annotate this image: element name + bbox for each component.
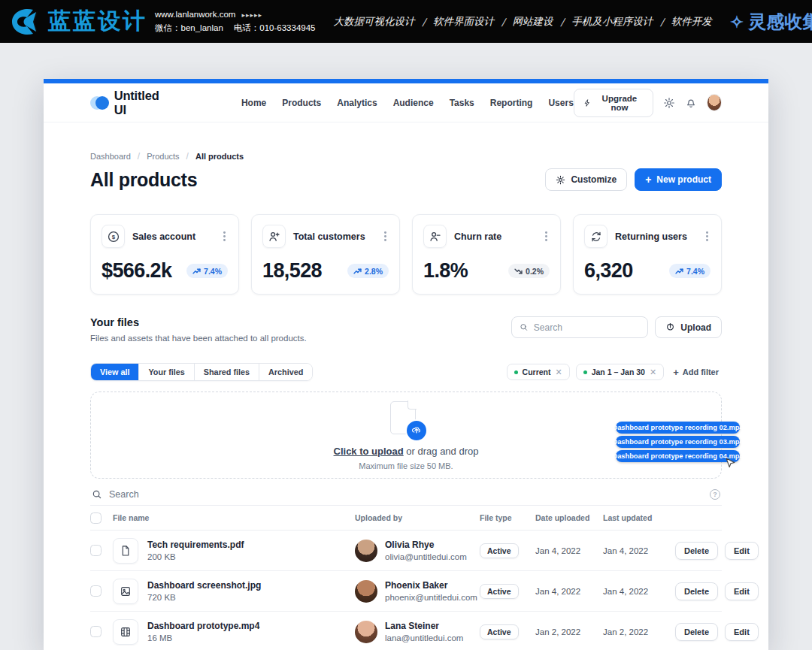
table-search-input[interactable] — [109, 489, 703, 500]
kebab-menu-icon[interactable] — [221, 229, 228, 243]
settings-gear-icon[interactable] — [663, 96, 675, 110]
nav-item-audience[interactable]: Audience — [393, 98, 434, 108]
avatar — [355, 621, 377, 643]
dropzone-hint: Maximum file size 50 MB. — [359, 461, 453, 470]
file-name: Tech requirements.pdf — [147, 540, 244, 550]
row-checkbox[interactable] — [90, 626, 102, 637]
notifications-bell-icon[interactable] — [685, 96, 697, 110]
click-to-upload-link[interactable]: Click to upload — [334, 446, 404, 457]
file-size: 16 MB — [147, 633, 259, 642]
upload-icon — [665, 322, 675, 332]
add-filter-button[interactable]: + Add filter — [670, 364, 722, 380]
stat-value: 1.8% — [423, 259, 468, 283]
stat-card-customers: Total customers 18,528 2.8% — [251, 214, 400, 295]
delete-button[interactable]: Delete — [675, 542, 718, 560]
trend-badge: 7.4% — [669, 264, 710, 278]
tab-view-all[interactable]: View all — [91, 364, 138, 380]
col-date-uploaded: Date uploaded — [535, 513, 603, 522]
file-upload-icon — [390, 401, 422, 439]
trend-up-icon — [675, 268, 683, 274]
nav-item-home[interactable]: Home — [241, 98, 266, 108]
uploading-file-pill: Dashboard prototype recording 04.mp4 — [616, 450, 740, 462]
file-size: 720 KB — [147, 593, 261, 602]
currency-circle-icon: $ — [102, 225, 125, 248]
file-size: 200 KB — [147, 552, 244, 561]
filter-chip-current[interactable]: Current ✕ — [507, 364, 570, 380]
trend-down-icon — [514, 268, 523, 274]
uploader-email: lana@untitledui.com — [385, 633, 463, 642]
files-search-input[interactable] — [534, 322, 641, 333]
user-avatar[interactable] — [707, 94, 722, 111]
nav-item-tasks[interactable]: Tasks — [450, 98, 474, 108]
file-name: Dashboard screenshot.jpg — [147, 580, 261, 591]
trend-badge: 2.8% — [347, 264, 389, 278]
breadcrumb: Dashboard / Products / All products — [90, 151, 722, 162]
row-checkbox[interactable] — [90, 585, 102, 597]
page-background: Untitled UI Home Products Analytics Audi… — [0, 43, 812, 650]
help-icon[interactable]: ? — [710, 489, 720, 500]
col-last-updated: Last updated — [603, 513, 675, 522]
dropzone-text: or drag and drop — [406, 446, 478, 457]
breadcrumb-products[interactable]: Products — [147, 152, 179, 161]
kebab-menu-icon[interactable] — [543, 229, 550, 243]
upgrade-now-button[interactable]: Upgrade now — [574, 89, 653, 117]
plus-icon: + — [673, 367, 679, 378]
customize-button[interactable]: Customize — [545, 168, 627, 191]
select-all-checkbox[interactable] — [90, 512, 102, 524]
gear-icon — [556, 175, 565, 185]
app-logo[interactable]: Untitled UI — [90, 89, 169, 117]
search-icon — [520, 322, 529, 332]
col-file-type: File type — [480, 513, 535, 522]
delete-button[interactable]: Delete — [675, 623, 718, 641]
tab-archived[interactable]: Archived — [259, 364, 312, 380]
banner-services: 大数据可视化设计/ 软件界面设计/ 网站建设/ 手机及小程序设计/ 软件开发 — [329, 15, 716, 29]
lanlan-logo-icon — [8, 7, 41, 37]
search-icon — [92, 489, 102, 500]
stat-label: Churn rate — [454, 231, 501, 242]
date-uploaded: Jan 4, 2022 — [535, 546, 603, 555]
green-dot-icon — [514, 370, 518, 374]
kebab-menu-icon[interactable] — [704, 229, 710, 243]
upload-dropzone[interactable]: Click to upload or drag and drop Maximum… — [90, 392, 722, 479]
banner-brand-block: 蓝蓝设计 www.lanlanwork.com▸▸▸▸▸ 微信：ben_lanl… — [8, 6, 315, 37]
stat-label: Sales account — [132, 231, 195, 242]
banner-arrows: ▸▸▸▸▸ — [241, 11, 262, 19]
header-actions: Upgrade now — [574, 89, 722, 117]
tab-shared-files[interactable]: Shared files — [194, 364, 259, 380]
edit-button[interactable]: Edit — [725, 542, 759, 560]
mouse-cursor-icon — [725, 458, 735, 469]
nav-item-users[interactable]: Users — [548, 98, 573, 108]
banner-collect-label: 灵感收集 — [748, 10, 812, 34]
stat-label: Returning users — [615, 231, 687, 242]
filter-chip-daterange[interactable]: Jan 1 – Jan 30 ✕ — [576, 364, 664, 380]
breadcrumb-separator: / — [138, 151, 140, 162]
table-row: Dashboard screenshot.jpg 720 KB Phoenix … — [90, 571, 722, 612]
breadcrumb-dashboard[interactable]: Dashboard — [90, 152, 131, 161]
kebab-menu-icon[interactable] — [382, 229, 389, 243]
uploader-name: Olivia Rhye — [385, 540, 467, 550]
nav-item-products[interactable]: Products — [282, 98, 321, 108]
close-icon[interactable]: ✕ — [650, 367, 656, 377]
edit-button[interactable]: Edit — [725, 623, 759, 641]
last-updated: Jan 4, 2022 — [603, 587, 675, 596]
nav-item-reporting[interactable]: Reporting — [490, 98, 533, 108]
table-header: File name Uploaded by File type Date upl… — [90, 506, 722, 531]
row-checkbox[interactable] — [90, 545, 102, 556]
stat-cards: $ Sales account $566.2k 7.4% — [90, 214, 722, 295]
edit-button[interactable]: Edit — [725, 582, 759, 600]
delete-button[interactable]: Delete — [675, 582, 718, 600]
dashboard-window: Untitled UI Home Products Analytics Audi… — [44, 79, 768, 650]
site-banner: 蓝蓝设计 www.lanlanwork.com▸▸▸▸▸ 微信：ben_lanl… — [0, 0, 812, 43]
col-file-name: File name — [113, 513, 355, 522]
new-product-button[interactable]: + New product — [635, 168, 722, 191]
banner-brand-name: 蓝蓝设计 — [48, 6, 147, 37]
banner-collect-link[interactable]: ✧ 灵感收集 — [730, 10, 812, 34]
upload-button[interactable]: Upload — [655, 316, 722, 338]
stat-value: $566.2k — [102, 259, 171, 283]
close-icon[interactable]: ✕ — [555, 367, 562, 377]
status-badge: Active — [480, 624, 519, 639]
card-content: Dashboard / Products / All products All … — [44, 151, 768, 650]
tab-your-files[interactable]: Your files — [138, 364, 193, 380]
nav-item-analytics[interactable]: Analytics — [337, 98, 377, 108]
uploader-email: phoenix@untitledui.com — [385, 593, 477, 602]
